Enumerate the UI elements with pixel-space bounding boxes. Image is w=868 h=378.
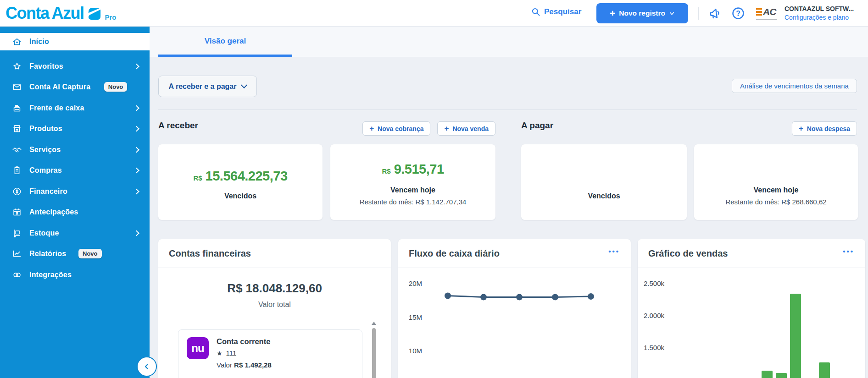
chevron-right-icon	[134, 188, 139, 194]
nova-despesa-button[interactable]: +Nova despesa	[792, 121, 857, 136]
sales-bar	[790, 294, 801, 378]
sidebar-item-servi-os[interactable]: Serviços	[0, 139, 150, 160]
handshake-icon	[12, 145, 22, 155]
sidebar-item-relat-rios[interactable]: RelatóriosNovo	[0, 243, 150, 264]
card-amount: R$9.515,71	[330, 162, 495, 177]
star-icon	[12, 61, 22, 71]
chevron-right-icon	[134, 230, 139, 236]
panel-header: Contas financeiras	[158, 239, 391, 268]
plus-icon: +	[799, 124, 803, 133]
week-due-analysis-button[interactable]: Análise de vencimentos da semana	[732, 79, 857, 93]
search-button[interactable]: Pesquisar	[531, 7, 581, 16]
scrollbar-up-arrow[interactable]	[372, 322, 376, 325]
card-sublabel: Restante do mês: R$ 268.660,62	[694, 198, 858, 206]
chevron-left-icon	[143, 362, 151, 371]
plus-icon: +	[369, 124, 374, 133]
tab-visao-geral[interactable]: Visão geral	[158, 27, 292, 57]
sidebar: InícioFavoritosConta AI CapturaNovoFrent…	[0, 27, 150, 378]
more-options-icon[interactable]: •••	[608, 247, 620, 255]
help-icon[interactable]: ?	[731, 6, 745, 20]
card-label: Vencidos	[158, 192, 323, 200]
sidebar-item-in-cio[interactable]: Início	[0, 33, 150, 50]
panel-title: Fluxo de caixa diário	[409, 248, 500, 259]
panel-header: Fluxo de caixa diário •••	[398, 239, 631, 268]
chevron-right-icon	[134, 167, 139, 173]
payables-actions: +Nova despesa	[719, 121, 857, 136]
sales-bar	[819, 362, 830, 378]
contaazul-logo[interactable]: Conta Azul Pro	[6, 4, 117, 22]
payables-overdue-card[interactable]: Vencidos	[521, 144, 687, 220]
accounts-scrollbar[interactable]	[372, 321, 376, 378]
dropdown-label: A receber e a pagar	[169, 82, 237, 91]
plus-icon: +	[444, 124, 449, 133]
sidebar-item-conta-ai-captura[interactable]: Conta AI CapturaNovo	[0, 77, 150, 97]
new-record-button[interactable]: + Novo registro	[596, 3, 688, 23]
card-label: Vencidos	[521, 192, 687, 200]
sidebar-item-antecipa-es[interactable]: Antecipações	[0, 202, 150, 222]
nova-venda-button[interactable]: +Nova venda	[437, 121, 495, 136]
header-divider	[698, 7, 699, 20]
chevron-right-icon	[134, 105, 139, 111]
sidebar-item-label: Serviços	[29, 146, 61, 154]
sales-bar	[762, 371, 773, 378]
receivables-payables-dropdown[interactable]: A receber e a pagar	[158, 76, 257, 97]
y-axis-tick: 2.000k	[638, 312, 664, 320]
account-rating: ★111	[217, 349, 272, 357]
mail-capture-icon	[12, 82, 22, 92]
y-axis-tick: 1.500k	[638, 344, 664, 352]
nova-cobran-a-button[interactable]: +Nova cobrança	[362, 121, 430, 136]
new-record-label: Novo registro	[619, 9, 665, 17]
sales-bar	[776, 373, 787, 378]
scrollbar-thumb[interactable]	[372, 328, 376, 378]
cash-register-icon	[12, 103, 22, 113]
sidebar-item-financeiro[interactable]: Financeiro	[0, 181, 150, 202]
panel-title: Gráfico de vendas	[648, 248, 728, 259]
payables-due-today-card[interactable]: Vencem hojeRestante do mês: R$ 268.660,6…	[694, 144, 858, 220]
sidebar-item-label: Produtos	[29, 125, 62, 133]
payables-title: A pagar	[521, 121, 553, 131]
receivables-actions: +Nova cobrança+Nova venda	[312, 121, 495, 136]
card-sublabel: Restante do mês: R$ 1.142.707,34	[330, 198, 495, 206]
panel-header: Gráfico de vendas •••	[638, 239, 865, 268]
y-axis-tick: 10M	[398, 347, 422, 355]
more-options-icon[interactable]: •••	[843, 247, 854, 255]
receivables-overdue-card[interactable]: R$15.564.225,73Vencidos	[158, 144, 323, 220]
stock-icon	[12, 228, 22, 238]
svg-text:?: ?	[736, 10, 740, 17]
logo-text-azul: Azul	[52, 4, 84, 22]
megaphone-icon[interactable]	[708, 6, 722, 20]
sidebar-item-label: Favoritos	[29, 62, 63, 71]
panel-title: Contas financeiras	[169, 248, 251, 259]
sidebar-item-favoritos[interactable]: Favoritos	[0, 56, 150, 77]
account-list-item[interactable]: nuConta corrente★111Valor R$ 1.492,28	[178, 329, 362, 378]
account-menu[interactable]: AC CONTAAZUL SOFTW... Configurações e pl…	[756, 5, 854, 22]
settings-plan-link[interactable]: Configurações e plano	[785, 13, 854, 22]
search-label: Pesquisar	[544, 7, 581, 16]
home-icon	[12, 37, 22, 47]
contaazul-dashboard: Conta Azul Pro Pesquisar + Novo registro	[0, 0, 868, 378]
sidebar-item-produtos[interactable]: Produtos	[0, 118, 150, 139]
integrations-icon	[12, 270, 22, 280]
chevron-down-icon	[669, 11, 675, 16]
chevron-right-icon	[134, 126, 139, 131]
tab-label: Visão geral	[158, 37, 292, 46]
pro-label: Pro	[105, 13, 117, 21]
receivables-due-today-card[interactable]: R$9.515,71Vencem hojeRestante do mês: R$…	[330, 144, 495, 220]
sidebar-item-integra-es[interactable]: Integrações	[0, 264, 150, 285]
sidebar-item-label: Estoque	[29, 229, 59, 237]
plus-icon: +	[610, 9, 615, 18]
reports-icon	[12, 249, 22, 259]
sidebar-item-compras[interactable]: Compras	[0, 160, 150, 181]
sidebar-item-estoque[interactable]: Estoque	[0, 223, 150, 243]
sidebar-collapse-button[interactable]	[137, 356, 157, 377]
advance-icon	[12, 207, 22, 217]
sales-chart-card: Gráfico de vendas ••• 2.500k2.000k1.500k	[638, 239, 865, 378]
y-axis-tick: 20M	[398, 279, 422, 288]
accounts-total-value: R$ 18.048.129,60	[158, 281, 391, 296]
search-icon	[531, 7, 540, 16]
sidebar-item-label: Financeiro	[29, 187, 67, 196]
section-divider	[158, 110, 857, 110]
finance-icon	[12, 186, 22, 197]
sidebar-item-frente-de-caixa[interactable]: Frente de caixa	[0, 98, 150, 118]
sidebar-item-label: Início	[29, 38, 49, 46]
